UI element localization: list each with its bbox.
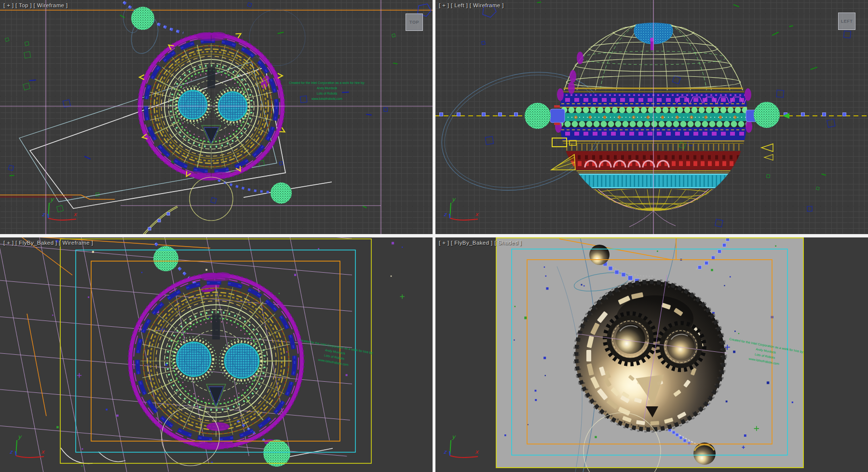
viewport-grid: yzx [ + ] [ Top ] [ Wireframe ] TOP Crea… xyxy=(0,0,868,472)
left-view-scene: yzx xyxy=(435,0,868,234)
viewport-left-view[interactable]: yzx [ + ] [ Left ] [ Wireframe ] LEFT xyxy=(435,0,868,234)
svg-text:x: x xyxy=(73,211,78,218)
viewcube-top[interactable]: TOP xyxy=(406,14,423,31)
viewcube-left[interactable]: LEFT xyxy=(838,13,855,30)
flyby-shaded-scene: yzx xyxy=(435,237,868,472)
svg-text:z: z xyxy=(10,449,13,455)
viewport-label-flyby-shaded[interactable]: [ + ] [ FlyBy_Baked ] [ Shaded ] xyxy=(439,240,522,246)
svg-text:z: z xyxy=(444,211,447,218)
viewport-label-left[interactable]: [ + ] [ Left ] [ Wireframe ] xyxy=(439,2,504,8)
svg-text:x: x xyxy=(475,448,479,455)
top-view-scene: yzx xyxy=(0,0,433,234)
viewcube-face-label: LEFT xyxy=(841,19,853,24)
svg-text:z: z xyxy=(444,449,447,455)
svg-text:x: x xyxy=(475,211,479,218)
viewport-flyby-shaded[interactable]: yzx [ + ] [ FlyBy_Baked ] [ Shaded ] Cre… xyxy=(435,237,868,472)
viewport-top-view[interactable]: yzx [ + ] [ Top ] [ Wireframe ] TOP Crea… xyxy=(0,0,433,234)
svg-text:y: y xyxy=(452,433,456,440)
svg-text:x: x xyxy=(41,448,45,455)
viewport-label-top[interactable]: [ + ] [ Top ] [ Wireframe ] xyxy=(3,2,68,8)
svg-text:z: z xyxy=(42,211,45,218)
viewcube-face-label: TOP xyxy=(409,20,419,25)
svg-text:y: y xyxy=(452,196,456,203)
svg-text:y: y xyxy=(18,433,22,440)
viewport-label-flyby-wireframe[interactable]: [ + ] [ FlyBy_Baked ] [ Wireframe ] xyxy=(3,240,93,246)
viewport-flyby-wireframe[interactable]: yzx [ + ] [ FlyBy_Baked ] [ Wireframe ] … xyxy=(0,237,433,472)
flyby-wireframe-scene: yzx xyxy=(0,237,433,472)
